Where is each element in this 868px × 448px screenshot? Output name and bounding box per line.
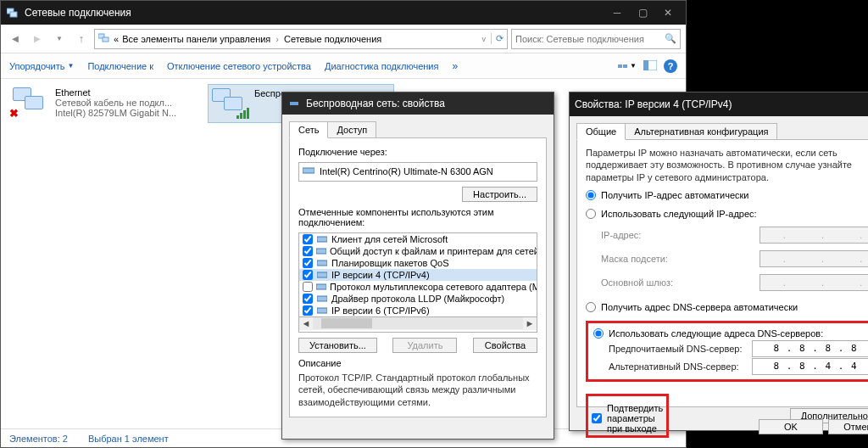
refresh-icon[interactable]: ⟳	[491, 33, 504, 44]
component-checkbox[interactable]	[303, 234, 313, 244]
close-button[interactable]: ✕	[655, 4, 681, 21]
cancel-button[interactable]: Отмена	[828, 419, 868, 434]
tab-network[interactable]: Сеть	[289, 121, 328, 138]
preferred-dns-input[interactable]: 8 . 8 . 8 . 8	[752, 340, 868, 357]
svg-rect-3	[103, 37, 108, 42]
help-icon[interactable]: ?	[664, 59, 677, 73]
component-row[interactable]: IP версии 6 (TCP/IPv6)	[299, 305, 537, 316]
ok-button[interactable]: OK	[759, 419, 823, 434]
pw-title: Беспроводная сеть: свойства	[306, 98, 548, 109]
more-chevron[interactable]: »	[452, 60, 458, 72]
confirm-on-exit-checkbox[interactable]: Подтвердить параметры при выходе	[592, 403, 663, 434]
subnet-mask-label: Маска подсети:	[601, 254, 753, 264]
confirm-highlight: Подтвердить параметры при выходе	[586, 394, 669, 438]
radio-auto-ip[interactable]: Получить IP-адрес автоматически	[586, 190, 868, 200]
component-row[interactable]: Драйвер протокола LLDP (Майкрософт)	[299, 293, 537, 305]
signal-bars-icon	[236, 108, 249, 119]
forward-button[interactable]: ►	[28, 30, 47, 48]
nc-titlebar[interactable]: Сетевые подключения ─ ▢ ✕	[1, 1, 686, 25]
diagnose-button[interactable]: Диагностика подключения	[325, 61, 438, 71]
configure-button[interactable]: Настроить...	[462, 187, 537, 202]
components-list[interactable]: Клиент для сетей MicrosoftОбщий доступ к…	[298, 232, 537, 333]
alternate-dns-input[interactable]: 8 . 8 . 4 . 4	[752, 358, 868, 375]
search-input[interactable]	[515, 34, 661, 44]
chevron-down-icon[interactable]: v	[482, 35, 487, 43]
radio-manual-ip[interactable]: Использовать следующий IP-адрес:	[586, 209, 868, 219]
component-label: Общий доступ к файлам и принтерам для се…	[330, 246, 537, 256]
tab-access[interactable]: Доступ	[327, 121, 376, 138]
svg-rect-5	[643, 60, 648, 70]
ipv4-title: Свойства: IP версии 4 (TCP/IPv4)	[575, 98, 868, 110]
ip-address-input: ...	[760, 227, 868, 244]
tab-alternate[interactable]: Альтернативная конфигурация	[625, 123, 777, 140]
ipv4-titlebar[interactable]: Свойства: IP версии 4 (TCP/IPv4) ✕	[570, 92, 868, 116]
search-icon[interactable]: 🔍	[665, 33, 676, 44]
ip-address-label: IP-адрес:	[601, 230, 753, 240]
scroll-thumb[interactable]	[321, 318, 372, 328]
breadcrumb[interactable]: « Все элементы панели управления › Сетев…	[94, 29, 508, 49]
search-box[interactable]: 🔍	[511, 29, 681, 49]
network-connections-icon	[6, 6, 19, 20]
gateway-input: ...	[760, 274, 868, 291]
component-icon	[316, 246, 326, 256]
component-icon	[316, 305, 328, 316]
selection-count: Выбран 1 элемент	[88, 434, 169, 444]
connect-via-label: Подключение через:	[298, 147, 537, 157]
svg-rect-13	[317, 296, 327, 301]
view-options-button[interactable]: ▼	[618, 62, 637, 70]
svg-rect-8	[317, 237, 327, 242]
component-checkbox[interactable]	[303, 270, 313, 280]
pw-tabs: Сеть Доступ	[289, 121, 547, 138]
recent-dropdown[interactable]: ▼	[50, 30, 69, 48]
component-row[interactable]: Клиент для сетей Microsoft	[299, 233, 537, 245]
gateway-label: Основной шлюз:	[601, 277, 753, 288]
up-button[interactable]: ↑	[72, 30, 91, 48]
minimize-button[interactable]: ─	[604, 4, 630, 21]
install-button[interactable]: Установить...	[298, 338, 377, 353]
maximize-button[interactable]: ▢	[630, 4, 655, 21]
subnet-mask-input: ...	[760, 250, 868, 267]
preview-pane-button[interactable]	[643, 60, 657, 72]
connect-to-button[interactable]: Подключение к	[87, 61, 153, 71]
svg-rect-7	[303, 168, 314, 173]
description-heading: Описание	[298, 358, 537, 369]
connection-item-ethernet[interactable]: ✖ Ethernet Сетевой кабель не подкл... In…	[9, 84, 196, 123]
component-checkbox[interactable]	[303, 305, 313, 316]
chevron-right-icon: ›	[275, 34, 279, 44]
component-checkbox[interactable]	[303, 258, 313, 268]
connection-status: Сетевой кабель не подкл...	[55, 98, 176, 108]
component-checkbox[interactable]	[303, 282, 313, 292]
component-row[interactable]: Протокол мультиплексора сетевого адаптер…	[299, 281, 537, 293]
properties-button[interactable]: Свойства	[473, 338, 537, 353]
component-row[interactable]: Общий доступ к файлам и принтерам для се…	[299, 245, 537, 257]
components-label: Отмеченные компоненты используются этим …	[298, 207, 537, 227]
remove-button[interactable]: Удалить	[392, 338, 457, 353]
back-button[interactable]: ◄	[6, 30, 25, 48]
svg-rect-1	[10, 12, 17, 17]
scroll-left-arrow[interactable]: ◄	[299, 318, 313, 328]
pw-titlebar[interactable]: Беспроводная сеть: свойства	[282, 92, 554, 115]
hint-text: Параметры IP можно назначать автоматичес…	[586, 147, 868, 183]
adapter-name: Intel(R) Centrino(R) Ultimate-N 6300 AGN	[320, 166, 493, 176]
svg-rect-11	[317, 272, 327, 277]
component-checkbox[interactable]	[303, 246, 313, 256]
disable-device-button[interactable]: Отключение сетевого устройства	[167, 61, 311, 71]
component-label: IP версии 6 (TCP/IPv6)	[331, 305, 430, 316]
radio-auto-dns[interactable]: Получить адрес DNS-сервера автоматически	[586, 302, 868, 312]
component-row[interactable]: Планировщик пакетов QoS	[299, 257, 537, 269]
component-label: Протокол мультиплексора сетевого адаптер…	[330, 282, 537, 292]
ethernet-icon: ✖	[13, 87, 48, 118]
tab-general[interactable]: Общие	[576, 123, 626, 140]
component-checkbox[interactable]	[303, 294, 313, 304]
svg-rect-14	[317, 308, 327, 313]
adapter-icon	[303, 166, 314, 176]
breadcrumb-item[interactable]: Сетевые подключения	[284, 34, 381, 44]
scroll-right-arrow[interactable]: ►	[523, 318, 537, 328]
horizontal-scrollbar[interactable]: ◄ ►	[299, 316, 537, 330]
organize-menu[interactable]: Упорядочить▼	[9, 61, 74, 71]
breadcrumb-item[interactable]: Все элементы панели управления	[122, 34, 270, 44]
ipv4-properties-window: Свойства: IP версии 4 (TCP/IPv4) ✕ Общие…	[569, 92, 868, 431]
component-row[interactable]: IP версии 4 (TCP/IPv4)	[299, 269, 537, 281]
radio-manual-dns[interactable]: Использовать следующие адреса DNS-сервер…	[593, 328, 868, 339]
svg-rect-10	[317, 260, 327, 266]
